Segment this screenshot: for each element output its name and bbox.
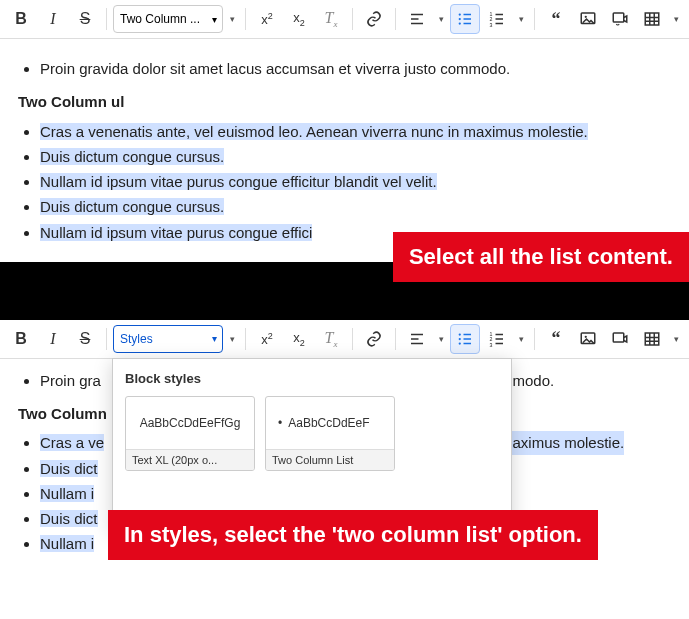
svg-point-11	[459, 338, 461, 340]
list-item[interactable]: Duis dictum congue cursus.	[40, 145, 671, 168]
superscript-button[interactable]: x2	[252, 4, 282, 34]
svg-rect-19	[645, 333, 659, 345]
unselected-list: Proin gravida dolor sit amet lacus accum…	[18, 57, 671, 80]
styles-dropdown-label: Styles	[120, 332, 153, 346]
bold-button[interactable]: B	[6, 4, 36, 34]
link-button[interactable]	[359, 324, 389, 354]
table-caret[interactable]: ▾	[669, 334, 683, 344]
separator	[106, 8, 107, 30]
media-button[interactable]	[605, 324, 635, 354]
styles-dropdown-open[interactable]: Styles	[113, 325, 223, 353]
list-item[interactable]: Duis dictum congue cursus.	[40, 195, 671, 218]
list-item[interactable]: Cras a venenatis ante, vel euismod leo. …	[40, 120, 671, 143]
svg-rect-18	[613, 333, 624, 342]
toolbar-2: B I S Styles ▾ x2 x2 Tx ▾ 123 ▾ “	[0, 320, 689, 359]
style-card-two-column-list[interactable]: AaBbCcDdEeF Two Column List	[265, 396, 395, 471]
strike-button[interactable]: S	[70, 4, 100, 34]
table-icon	[643, 10, 661, 28]
style-card-preview: AaBbCcDdEeF	[266, 397, 394, 449]
truncated-prev-list	[38, 49, 671, 53]
popup-section-title: Block styles	[125, 371, 499, 386]
list-item[interactable]: Proin gravida dolor sit amet lacus accum…	[40, 57, 671, 80]
strike-button[interactable]: S	[70, 324, 100, 354]
image-icon	[579, 330, 597, 348]
list-item[interactable]: Nullam id ipsum vitae purus congue effic…	[40, 170, 671, 193]
selected-text: Nullam i	[40, 485, 94, 502]
align-caret[interactable]: ▾	[434, 334, 448, 344]
italic-button[interactable]: I	[38, 324, 68, 354]
style-card-preview: AaBbCcDdEeFfGg	[126, 397, 254, 449]
blockquote-button[interactable]: “	[541, 324, 571, 354]
separator	[395, 328, 396, 350]
selected-text: Nullam i	[40, 535, 94, 552]
unordered-list-button[interactable]	[450, 4, 480, 34]
media-icon	[611, 10, 629, 28]
superscript-button[interactable]: x2	[252, 324, 282, 354]
styles-dropdown-caret[interactable]: ▾	[225, 14, 239, 24]
styles-dropdown-caret[interactable]: ▾	[225, 334, 239, 344]
align-icon	[408, 330, 426, 348]
svg-point-10	[459, 333, 461, 335]
image-button[interactable]	[573, 324, 603, 354]
selected-text-right: maximus molestie.	[500, 431, 624, 454]
clear-format-button[interactable]: Tx	[316, 324, 346, 354]
media-icon	[611, 330, 629, 348]
style-card-label: Text XL (20px o...	[126, 449, 254, 470]
selected-text: Duis dict	[40, 460, 98, 477]
separator	[352, 8, 353, 30]
italic-button[interactable]: I	[38, 4, 68, 34]
style-card-label: Two Column List	[266, 449, 394, 470]
ordered-list-button[interactable]: 123	[482, 4, 512, 34]
selected-text: Nullam id ipsum vitae purus congue effic…	[40, 173, 437, 190]
style-cards-row: AaBbCcDdEeFfGg Text XL (20px o... AaBbCc…	[125, 396, 499, 471]
align-caret[interactable]: ▾	[434, 14, 448, 24]
image-icon	[579, 10, 597, 28]
table-caret[interactable]: ▾	[669, 14, 683, 24]
editor-content-1[interactable]: Proin gravida dolor sit amet lacus accum…	[0, 39, 689, 262]
unordered-list-button[interactable]	[450, 324, 480, 354]
selected-text: Cras a ve	[40, 434, 104, 451]
styles-dropdown[interactable]: Two Column ...	[113, 5, 223, 33]
selected-text: Duis dictum congue cursus.	[40, 198, 224, 215]
align-button[interactable]	[402, 4, 432, 34]
text-frag-left: Proin gra	[40, 372, 101, 389]
section-heading[interactable]: Two Column ul	[18, 90, 671, 113]
link-icon	[365, 10, 383, 28]
separator	[106, 328, 107, 350]
ol-caret[interactable]: ▾	[514, 334, 528, 344]
subscript-button[interactable]: x2	[284, 4, 314, 34]
svg-point-17	[585, 335, 587, 337]
separator	[534, 8, 535, 30]
ordered-list-button[interactable]: 123	[482, 324, 512, 354]
svg-text:3: 3	[490, 341, 493, 347]
separator	[245, 328, 246, 350]
image-button[interactable]	[573, 4, 603, 34]
table-icon	[643, 330, 661, 348]
table-button[interactable]	[637, 4, 667, 34]
style-card-text-xl[interactable]: AaBbCcDdEeFfGg Text XL (20px o...	[125, 396, 255, 471]
editor-pane-2: B I S Styles ▾ x2 x2 Tx ▾ 123 ▾ “	[0, 320, 689, 574]
ol-caret[interactable]: ▾	[514, 14, 528, 24]
clear-format-button[interactable]: Tx	[316, 4, 346, 34]
align-button[interactable]	[402, 324, 432, 354]
instruction-banner-2: In styles, select the 'two column list' …	[108, 510, 598, 560]
subscript-button[interactable]: x2	[284, 324, 314, 354]
selected-text: Duis dictum congue cursus.	[40, 148, 224, 165]
table-button[interactable]	[637, 324, 667, 354]
link-icon	[365, 330, 383, 348]
styles-dropdown-label: Two Column ...	[120, 12, 200, 26]
selected-text: Nullam id ipsum vitae purus congue effic…	[40, 224, 312, 241]
svg-rect-8	[613, 13, 624, 22]
svg-point-0	[459, 13, 461, 15]
selected-text: Cras a venenatis ante, vel euismod leo. …	[40, 123, 588, 140]
selected-text: Duis dict	[40, 510, 98, 527]
svg-point-1	[459, 18, 461, 20]
link-button[interactable]	[359, 4, 389, 34]
bold-button[interactable]: B	[6, 324, 36, 354]
blockquote-button[interactable]: “	[541, 4, 571, 34]
media-button[interactable]	[605, 4, 635, 34]
toolbar-1: B I S Two Column ... ▾ x2 x2 Tx ▾ 123 ▾ …	[0, 0, 689, 39]
ul-icon	[456, 10, 474, 28]
ul-icon	[456, 330, 474, 348]
svg-point-7	[585, 16, 587, 18]
